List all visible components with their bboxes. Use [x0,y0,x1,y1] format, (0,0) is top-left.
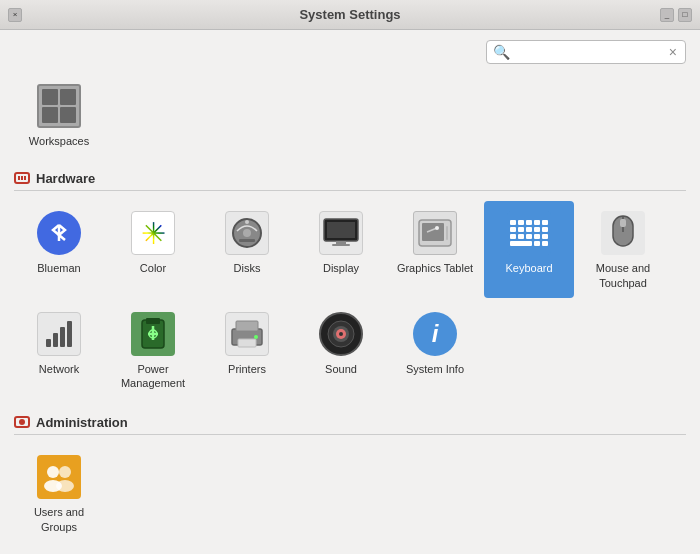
svg-rect-10 [336,241,346,244]
svg-point-28 [254,335,258,339]
keyboard-icon [505,209,553,257]
disks-label: Disks [234,261,261,275]
item-power[interactable]: Power Management [108,302,198,399]
printers-icon [223,310,271,358]
users-icon [35,453,83,501]
search-input[interactable] [514,45,667,59]
sound-icon [317,310,365,358]
svg-point-36 [59,466,71,478]
svg-point-34 [19,419,25,425]
workspaces-section: Workspaces [14,74,686,156]
color-icon: ✳ [129,209,177,257]
svg-rect-9 [327,222,355,238]
svg-rect-21 [146,318,160,324]
hardware-title: Hardware [36,171,95,186]
workspaces-icon [35,82,83,130]
item-sysinfo[interactable]: i System Info [390,302,480,399]
svg-point-32 [339,332,343,336]
item-blueman[interactable]: Blueman [14,201,104,298]
search-icon: 🔍 [493,44,510,60]
workspaces-label: Workspaces [29,134,89,148]
svg-point-35 [47,466,59,478]
item-workspaces[interactable]: Workspaces [14,74,104,156]
svg-point-5 [243,229,251,237]
sysinfo-icon: i [411,310,459,358]
administration-title: Administration [36,415,128,430]
admin-section-icon [14,414,30,430]
disks-icon [223,209,271,257]
minimize-icon[interactable]: _ [660,8,674,22]
window-title: System Settings [299,7,400,22]
svg-rect-7 [239,239,255,242]
main-content: 🔍 × Workspaces [0,30,700,554]
graphics-tablet-icon [411,209,459,257]
svg-rect-13 [422,223,444,241]
svg-rect-27 [238,339,256,347]
display-label: Display [323,261,359,275]
blueman-label: Blueman [37,261,80,275]
item-sound[interactable]: Sound [296,302,386,399]
item-color[interactable]: ✳ Color [108,201,198,298]
item-graphics-tablet[interactable]: Graphics Tablet [390,201,480,298]
item-keyboard[interactable]: Keyboard [484,201,574,298]
svg-rect-2 [21,176,23,180]
hardware-items-grid: Blueman ✳ Color [14,201,686,398]
search-box: 🔍 × [486,40,686,64]
mouse-label: Mouse and Touchpad [582,261,664,290]
graphics-tablet-label: Graphics Tablet [397,261,473,275]
power-icon [129,310,177,358]
sysinfo-label: System Info [406,362,464,376]
administration-section: Administration Users and Groups [14,414,686,542]
item-mouse[interactable]: Mouse and Touchpad [578,201,668,298]
item-disks[interactable]: Disks [202,201,292,298]
printers-label: Printers [228,362,266,376]
display-icon [317,209,365,257]
hardware-section: Hardware Blueman [14,170,686,398]
search-clear-button[interactable]: × [667,44,679,60]
svg-rect-1 [18,176,20,180]
sound-label: Sound [325,362,357,376]
svg-point-38 [56,480,74,492]
mouse-icon [599,209,647,257]
admin-items-grid: Users and Groups [14,445,686,542]
svg-rect-19 [620,219,626,227]
svg-point-6 [245,220,249,224]
network-icon [35,310,83,358]
svg-point-16 [435,226,439,230]
item-users[interactable]: Users and Groups [14,445,104,542]
titlebar: × System Settings _ □ [0,0,700,30]
item-display[interactable]: Display [296,201,386,298]
item-printers[interactable]: Printers [202,302,292,399]
svg-rect-11 [332,244,350,246]
keyboard-label: Keyboard [505,261,552,275]
blueman-icon [35,209,83,257]
power-label: Power Management [112,362,194,391]
search-bar: 🔍 × [14,40,686,64]
svg-rect-14 [446,226,448,240]
maximize-icon[interactable]: □ [678,8,692,22]
svg-rect-26 [236,321,258,331]
item-network[interactable]: Network [14,302,104,399]
close-icon[interactable]: × [8,8,22,22]
users-label: Users and Groups [18,505,100,534]
network-label: Network [39,362,79,376]
svg-rect-3 [24,176,26,180]
color-label: Color [140,261,166,275]
hardware-section-icon [14,170,30,186]
